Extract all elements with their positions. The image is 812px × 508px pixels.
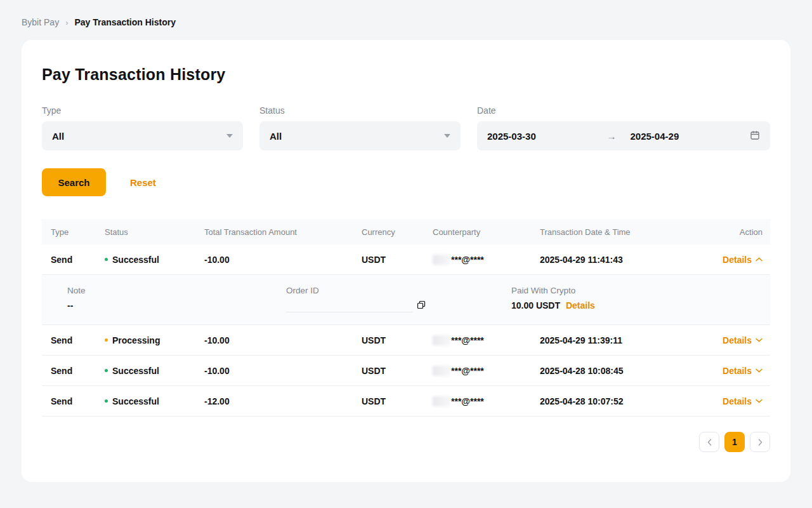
- date-filter: Date 2025-03-30 → 2025-04-29: [477, 105, 770, 150]
- date-range-input[interactable]: 2025-03-30 → 2025-04-29: [477, 121, 770, 150]
- status-text: Processing: [112, 335, 160, 345]
- search-button[interactable]: Search: [42, 168, 106, 196]
- redacted-counterparty-prefix: [433, 335, 450, 345]
- date-range-arrow-icon: →: [607, 131, 617, 142]
- pagination: 1: [42, 432, 770, 452]
- expanded-detail-panel: Note -- Order ID: [42, 275, 770, 325]
- cell-type: Send: [51, 396, 105, 406]
- cell-datetime: 2025-04-28 10:07:52: [540, 396, 711, 406]
- status-dot-success-icon: [105, 369, 108, 372]
- cell-counterparty: ***@****: [433, 366, 540, 376]
- cell-status: Processing: [105, 335, 204, 345]
- cell-datetime: 2025-04-29 11:39:11: [540, 335, 711, 345]
- col-header-action: Action: [711, 227, 763, 237]
- table-row: Send Successful -12.00 USDT ***@**** 202…: [42, 386, 770, 417]
- date-end-value[interactable]: 2025-04-29: [631, 131, 750, 142]
- counterparty-masked: ***@****: [451, 396, 484, 406]
- page-title: Pay Transaction History: [42, 65, 770, 84]
- note-field: Note --: [67, 286, 286, 312]
- col-header-type: Type: [51, 227, 105, 237]
- chevron-up-icon: [756, 257, 763, 262]
- cell-amount: -10.00: [204, 366, 362, 376]
- status-select[interactable]: All: [259, 121, 461, 150]
- status-dot-processing-icon: [105, 338, 108, 342]
- date-start-value[interactable]: 2025-03-30: [487, 131, 607, 142]
- order-id-value-redacted: [286, 310, 413, 312]
- cell-status: Successful: [105, 396, 204, 406]
- date-filter-label: Date: [477, 105, 770, 116]
- cell-amount: -10.00: [204, 335, 362, 345]
- status-filter: Status All: [259, 105, 461, 150]
- status-text: Successful: [112, 255, 159, 265]
- status-dot-success-icon: [105, 399, 108, 403]
- table-row: Send Successful -10.00 USDT ***@**** 202…: [42, 244, 770, 275]
- details-label: Details: [723, 255, 752, 265]
- chevron-down-icon: [756, 338, 763, 342]
- filter-actions: Search Reset: [42, 168, 770, 196]
- note-value: --: [67, 300, 286, 311]
- details-toggle[interactable]: Details: [723, 255, 763, 265]
- cell-currency: USDT: [362, 255, 433, 265]
- breadcrumb-bybit-pay[interactable]: Bybit Pay: [22, 17, 59, 27]
- cell-currency: USDT: [362, 396, 433, 406]
- cell-datetime: 2025-04-29 11:41:43: [540, 255, 711, 265]
- details-toggle[interactable]: Details: [723, 335, 763, 345]
- cell-counterparty: ***@****: [433, 255, 540, 265]
- col-header-currency: Currency: [362, 227, 433, 237]
- type-select-value: All: [52, 131, 64, 142]
- calendar-icon[interactable]: [750, 130, 760, 142]
- cell-amount: -12.00: [204, 396, 362, 406]
- reset-button[interactable]: Reset: [130, 177, 156, 188]
- table-row: Send Processing -10.00 USDT ***@**** 202…: [42, 325, 770, 356]
- paid-details-link[interactable]: Details: [566, 300, 595, 311]
- order-id-field: Order ID: [286, 286, 511, 312]
- type-select[interactable]: All: [42, 121, 243, 150]
- paid-with-crypto-label: Paid With Crypto: [511, 286, 763, 295]
- pay-transaction-history-card: Pay Transaction History Type All Status …: [22, 40, 790, 482]
- col-header-status: Status: [105, 227, 204, 237]
- status-text: Successful: [112, 366, 159, 376]
- status-select-value: All: [270, 131, 282, 142]
- redacted-counterparty-prefix: [433, 255, 450, 265]
- copy-icon[interactable]: [417, 300, 426, 312]
- cell-counterparty: ***@****: [433, 335, 540, 345]
- paid-with-crypto-field: Paid With Crypto 10.00 USDT Details: [511, 286, 763, 312]
- pagination-page-1[interactable]: 1: [724, 432, 745, 452]
- counterparty-masked: ***@****: [451, 366, 484, 376]
- chevron-right-icon: [758, 439, 763, 446]
- redacted-counterparty-prefix: [433, 396, 450, 406]
- cell-amount: -10.00: [204, 255, 362, 265]
- type-filter: Type All: [42, 105, 243, 150]
- col-header-datetime: Transaction Date & Time: [540, 227, 711, 237]
- status-text: Successful: [112, 396, 159, 406]
- breadcrumb: Bybit Pay › Pay Transaction History: [0, 0, 812, 27]
- note-label: Note: [67, 286, 286, 295]
- cell-counterparty: ***@****: [433, 396, 540, 406]
- details-toggle[interactable]: Details: [723, 366, 763, 376]
- chevron-left-icon: [707, 439, 712, 446]
- chevron-down-icon: [226, 134, 233, 138]
- cell-currency: USDT: [362, 366, 433, 376]
- pagination-next-button[interactable]: [750, 432, 770, 452]
- cell-type: Send: [51, 335, 105, 345]
- filters-row: Type All Status All Date 2025-03-30 → 20…: [42, 105, 770, 150]
- status-filter-label: Status: [259, 105, 461, 116]
- transaction-table: Type Status Total Transaction Amount Cur…: [42, 219, 770, 417]
- cell-type: Send: [51, 255, 105, 265]
- cell-datetime: 2025-04-28 10:08:45: [540, 366, 711, 376]
- pagination-prev-button[interactable]: [699, 432, 719, 452]
- chevron-down-icon: [444, 134, 450, 138]
- redacted-counterparty-prefix: [433, 366, 450, 376]
- counterparty-masked: ***@****: [451, 335, 484, 345]
- chevron-down-icon: [756, 368, 763, 373]
- status-dot-success-icon: [105, 258, 108, 261]
- chevron-down-icon: [756, 399, 763, 403]
- table-row: Send Successful -10.00 USDT ***@**** 202…: [42, 356, 770, 386]
- col-header-amount: Total Transaction Amount: [204, 227, 362, 237]
- table-header-row: Type Status Total Transaction Amount Cur…: [42, 219, 770, 244]
- counterparty-masked: ***@****: [451, 255, 484, 265]
- breadcrumb-current: Pay Transaction History: [74, 17, 176, 27]
- cell-type: Send: [51, 366, 105, 376]
- order-id-label: Order ID: [286, 286, 511, 295]
- details-toggle[interactable]: Details: [723, 396, 763, 406]
